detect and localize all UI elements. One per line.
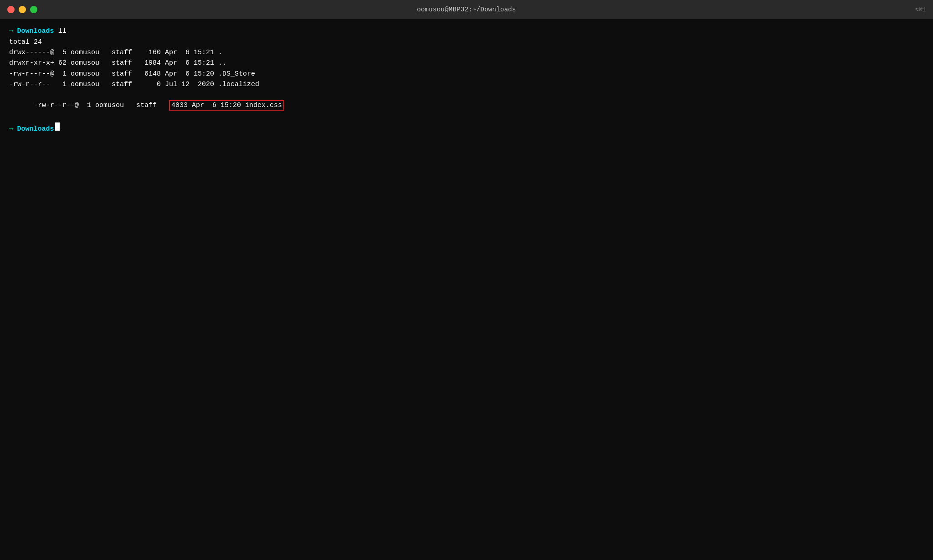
highlighted-entry: 4033 Apr 6 15:20 index.css <box>169 100 284 111</box>
close-button[interactable] <box>7 6 15 13</box>
prompt-arrow-2: → <box>9 123 14 135</box>
cursor-block <box>55 122 60 131</box>
terminal-window: oomusou@MBP32:~/Downloads ⌥⌘1 → Download… <box>0 0 933 560</box>
command-1: ll <box>54 26 67 36</box>
file-line-4-highlighted: -rw-r--r--@ 1 oomusou staff 4033 Apr 6 1… <box>9 90 924 122</box>
prompt-dir-2: Downloads <box>17 124 54 134</box>
keyboard-shortcut: ⌥⌘1 <box>915 6 926 13</box>
command-line-1: → Downloads ll <box>9 25 924 37</box>
prompt-dir-1: Downloads <box>17 26 54 36</box>
file-line-0: drwx------@ 5 oomusou staff 160 Apr 6 15… <box>9 47 924 58</box>
prompt-arrow-1: → <box>9 25 14 37</box>
window-title: oomusou@MBP32:~/Downloads <box>417 6 516 13</box>
total-text: total 24 <box>9 37 42 47</box>
terminal-body[interactable]: → Downloads ll total 24 drwx------@ 5 oo… <box>0 19 933 560</box>
prompt-line-2: → Downloads <box>9 122 924 135</box>
titlebar: oomusou@MBP32:~/Downloads ⌥⌘1 <box>0 0 933 19</box>
file-line-2: -rw-r--r--@ 1 oomusou staff 6148 Apr 6 1… <box>9 69 924 79</box>
maximize-button[interactable] <box>30 6 37 13</box>
total-line: total 24 <box>9 37 924 47</box>
file-line-1: drwxr-xr-x+ 62 oomusou staff 1984 Apr 6 … <box>9 58 924 68</box>
file-line-3: -rw-r--r-- 1 oomusou staff 0 Jul 12 2020… <box>9 79 924 90</box>
minimize-button[interactable] <box>19 6 26 13</box>
traffic-lights <box>7 6 37 13</box>
